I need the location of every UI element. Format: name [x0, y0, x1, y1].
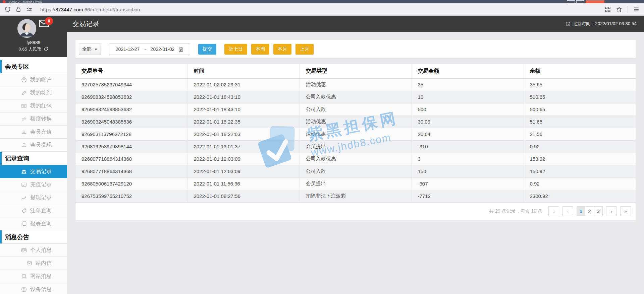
main-area: 交易记录 北京时间：2022/01/02 03:30:54 全部 ▼ 2021-… [67, 16, 644, 294]
first-page-button[interactable]: « [548, 206, 559, 216]
pencil-icon [21, 90, 27, 96]
sidebar-item-label: 我的帐户 [30, 76, 52, 83]
laptop-icon [21, 274, 27, 279]
table-cell: 510.65 [524, 91, 636, 103]
url-field[interactable]: https://873447.com:66/member/#/transacti… [40, 7, 599, 12]
refresh-icon[interactable] [44, 47, 48, 52]
chevron-down-icon: ▼ [94, 48, 98, 51]
content: 全部 ▼ 2021-12-27 ~ 2022-01-02 提交 近七日本周本月上… [67, 32, 644, 294]
deposit-icon [21, 129, 27, 135]
last-page-button[interactable]: » [620, 206, 631, 216]
table-cell: 926819253979398144 [75, 140, 187, 153]
type-select[interactable]: 全部 ▼ [79, 44, 101, 55]
page-button-1[interactable]: 1 [577, 206, 585, 216]
date-separator: ~ [144, 47, 146, 52]
balance-value: 0.65 人民币 [19, 46, 42, 52]
maximize-button[interactable] [576, 0, 584, 3]
sidebar-item-label: 额度转换 [30, 116, 52, 123]
bookmark-star-icon[interactable] [616, 6, 622, 12]
column-header: 时间 [187, 64, 300, 78]
table-header-row: 交易单号时间交易类型交易金额余额 [75, 64, 636, 78]
quick-filter-button[interactable]: 本月 [273, 44, 291, 55]
sidebar-item-withdraw-records[interactable]: 提现记录 [0, 191, 67, 204]
sidebar-item-device-info[interactable]: 设备信息 [0, 283, 67, 294]
table-cell: -7712 [412, 190, 524, 202]
sidebar-item-label: 充值记录 [30, 181, 52, 188]
sidebar-item-member-withdraw[interactable]: 会员提现 [0, 139, 67, 152]
permissions-icon[interactable] [26, 6, 32, 12]
shield-icon[interactable] [5, 6, 11, 12]
close-button[interactable] [586, 0, 604, 3]
date-range-input[interactable]: 2021-12-27 ~ 2022-01-02 [109, 44, 190, 55]
sidebar-item-member-deposit[interactable]: 会员充值 [0, 126, 67, 139]
sidebar-item-my-redpacket[interactable]: 我的红包 [0, 99, 67, 113]
prev-page-button[interactable]: ‹ [562, 206, 573, 216]
sidebar-item-personal-messages[interactable]: 个人消息 [0, 244, 67, 257]
quick-filter-button[interactable]: 上月 [296, 44, 314, 55]
redpacket-icon [21, 103, 27, 109]
menu-icon[interactable] [633, 6, 639, 12]
table-cell: 2022-01-01 13:01:37 [187, 140, 300, 153]
calendar-icon [178, 47, 183, 52]
transactions-table: 交易单号时间交易类型交易金额余额 9270257852370493442022-… [75, 64, 636, 203]
table-row: 9267535997552107522022-01-01 08:27:56扣除非… [75, 190, 636, 202]
page-button-2[interactable]: 2 [585, 206, 594, 216]
table-cell: 2022-01-01 18:43:10 [187, 91, 300, 103]
sidebar-item-label: 我的签到 [30, 89, 52, 96]
balance: 0.65 人民币 [0, 46, 67, 52]
table-cell: 2022-01-01 12:03:09 [187, 165, 300, 177]
table-cell: 21.56 [524, 128, 636, 140]
type-select-value: 全部 [82, 46, 92, 52]
avatar[interactable] [17, 19, 36, 38]
table-cell: 活动优惠 [300, 116, 412, 128]
sidebar-section-title: 记录查询 [0, 152, 67, 165]
page-button-3[interactable]: 3 [594, 206, 603, 216]
table-cell: 0.92 [524, 177, 636, 190]
submit-button[interactable]: 提交 [198, 44, 216, 55]
envelope-icon [26, 261, 32, 266]
sidebar-item-deposit-records[interactable]: 充值记录 [0, 178, 67, 191]
sidebar: 0 ly8989 0.65 人民币 会员专区我的帐户我的签到我的红包额度转换会员… [0, 16, 67, 294]
sidebar-item-site-mail[interactable]: 站内信 [0, 257, 67, 270]
table-cell: -307 [412, 177, 524, 190]
section-accent-bar [0, 230, 2, 243]
user-panel: 0 ly8989 0.65 人民币 [0, 16, 67, 57]
table-cell: 35.65 [524, 78, 636, 91]
column-header: 余额 [524, 64, 636, 78]
quick-filter-button[interactable]: 近七日 [224, 44, 247, 55]
page-number-group: 123 [577, 206, 603, 216]
table-row: 9268077188643143682022-01-01 12:03:09公司入… [75, 165, 636, 177]
card-icon [21, 182, 27, 188]
table-row: 9269083245988536322022-01-01 18:43:10公司入… [75, 103, 636, 116]
lock-icon[interactable] [15, 6, 21, 12]
sidebar-item-transaction-records[interactable]: 交易记录 [0, 165, 67, 178]
sidebar-item-my-account[interactable]: 我的帐户 [0, 73, 67, 86]
screen: 交易记录 - Mozilla Firefox https://873447.co… [0, 0, 644, 294]
table-cell: 0.92 [524, 140, 636, 153]
quick-filter-button[interactable]: 本周 [251, 44, 269, 55]
section-accent-bar [0, 60, 2, 73]
table-cell: 51.65 [524, 116, 636, 128]
table-cell: 150 [412, 165, 524, 177]
sidebar-item-report-query[interactable]: 报表查询 [0, 217, 67, 230]
pagination: 共 29 条记录，每页 10 条 « ‹ 123 › » [75, 203, 636, 220]
qr-code-icon[interactable] [605, 6, 611, 12]
tab-title: 交易记录 - Mozilla Firefox [8, 0, 42, 3]
table-cell: 20.64 [412, 128, 524, 140]
sidebar-item-quota-convert[interactable]: 额度转换 [0, 113, 67, 126]
minimize-button[interactable] [567, 0, 575, 3]
sidebar-item-my-checkin[interactable]: 我的签到 [0, 86, 67, 99]
chart-icon [21, 195, 27, 201]
sidebar-item-label: 报表查询 [30, 220, 52, 227]
unread-badge: 0 [45, 17, 53, 25]
sidebar-item-bet-query[interactable]: 注单查询 [0, 204, 67, 217]
table-cell: 公司入款优惠 [300, 153, 412, 165]
table-cell: 2022-01-01 18:43:10 [187, 103, 300, 116]
sidebar-item-site-messages[interactable]: 网站消息 [0, 270, 67, 283]
table-cell: 500.65 [524, 103, 636, 116]
sidebar-item-label: 我的红包 [30, 102, 52, 109]
next-page-button[interactable]: › [606, 206, 617, 216]
table-cell: 926908324598853632 [75, 103, 187, 116]
table-cell: 活动优惠 [300, 78, 412, 91]
table-cell: 926908324598853632 [75, 91, 187, 103]
